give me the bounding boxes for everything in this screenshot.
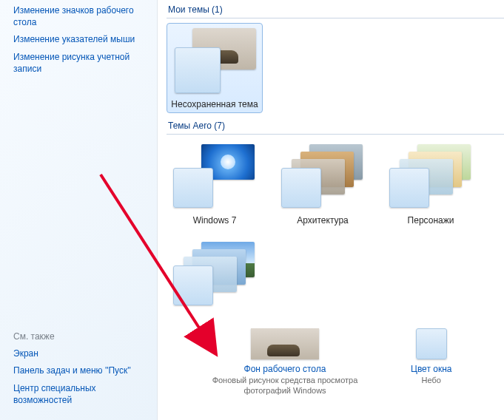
theme-thumbnail bbox=[281, 144, 364, 212]
see-also-section: См. также Экран Панель задач и меню ''Пу… bbox=[13, 331, 148, 411]
theme-characters[interactable]: Персонажи bbox=[383, 139, 479, 229]
link-display[interactable]: Экран bbox=[13, 348, 148, 359]
window-color-thumb bbox=[173, 265, 213, 305]
main-content: Мои темы (1) Несохраненная тема Темы Aer… bbox=[158, 0, 504, 420]
see-also-title: См. также bbox=[13, 331, 148, 342]
desktop-background-sub: Фоновый рисунок средства просмотра фотог… bbox=[204, 376, 366, 396]
group-body-aero: Windows 7 Архитектура Персонажи bbox=[167, 135, 504, 319]
theme-landscapes[interactable] bbox=[167, 237, 263, 316]
window-color-thumb bbox=[416, 328, 447, 359]
window-color-thumb bbox=[281, 168, 321, 208]
theme-unsaved[interactable]: Несохраненная тема bbox=[167, 23, 263, 113]
link-change-desktop-icons[interactable]: Изменение значков рабочего стола bbox=[13, 4, 149, 28]
desktop-background-thumb bbox=[251, 328, 319, 359]
window-color-label: Цвет окна bbox=[411, 364, 451, 374]
theme-label: Windows 7 bbox=[193, 215, 237, 226]
window-color-thumb bbox=[389, 168, 429, 208]
theme-thumbnail bbox=[173, 28, 256, 96]
link-ease-of-access[interactable]: Центр специальных возможностей bbox=[13, 382, 148, 406]
window-color-thumb bbox=[175, 47, 221, 93]
group-header-aero[interactable]: Темы Aero (7) bbox=[167, 116, 504, 135]
theme-thumbnail bbox=[173, 242, 256, 310]
theme-label: Персонажи bbox=[408, 215, 454, 226]
theme-thumbnail bbox=[389, 144, 472, 212]
sidebar: Изменение значков рабочего стола Изменен… bbox=[0, 0, 158, 420]
link-change-mouse-pointers[interactable]: Изменение указателей мыши bbox=[13, 33, 149, 45]
desktop-background-label: Фон рабочего стола bbox=[244, 364, 326, 374]
theme-windows7[interactable]: Windows 7 bbox=[167, 139, 263, 229]
theme-label: Несохраненная тема bbox=[171, 99, 258, 109]
bottom-actions: Фон рабочего стола Фоновый рисунок средс… bbox=[167, 328, 504, 396]
link-taskbar-start-menu[interactable]: Панель задач и меню ''Пуск'' bbox=[13, 365, 148, 376]
window-color-thumb bbox=[173, 168, 213, 208]
window-color-sub: Небо bbox=[422, 376, 441, 386]
window-color-link[interactable]: Цвет окна Небо bbox=[411, 328, 451, 396]
desktop-background-link[interactable]: Фон рабочего стола Фоновый рисунок средс… bbox=[204, 328, 366, 396]
group-header-my-themes[interactable]: Мои темы (1) bbox=[167, 0, 504, 18]
link-change-account-picture[interactable]: Изменение рисунка учетной записи bbox=[13, 51, 149, 75]
theme-architecture[interactable]: Архитектура bbox=[275, 139, 371, 229]
theme-label: Архитектура bbox=[297, 215, 349, 226]
group-body-my-themes: Несохраненная тема bbox=[167, 18, 504, 116]
theme-thumbnail bbox=[173, 144, 256, 212]
